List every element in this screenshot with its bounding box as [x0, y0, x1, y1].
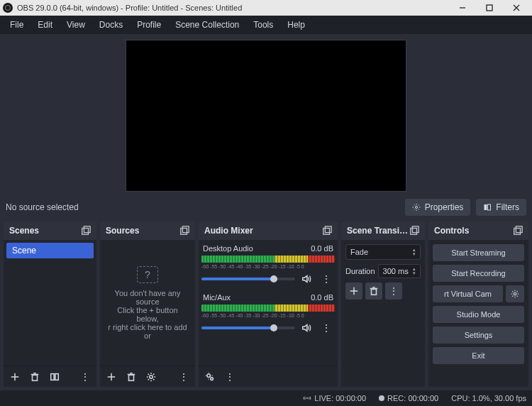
menu-edit[interactable]: Edit: [32, 17, 58, 33]
mixer-channel-desktop: Desktop Audio 0.0 dB -60 -55 -50 -45 -40…: [201, 243, 335, 287]
svg-rect-29: [412, 226, 419, 233]
no-source-label: No source selected: [6, 202, 123, 212]
maximize-button[interactable]: [477, 1, 502, 15]
db-ticks: -60 -55 -50 -45 -40 -35 -30 -25 -20 -15 …: [201, 264, 335, 269]
mixer-channel-mic: Mic/Aux 0.0 dB -60 -55 -50 -45 -40 -35 -…: [201, 292, 335, 336]
minimize-button[interactable]: [450, 1, 475, 15]
svg-point-26: [207, 374, 210, 377]
docks-row: Scenes Scene ⋮ Sources ? You don't have …: [0, 221, 532, 390]
channel-level: 0.0 dB: [311, 244, 333, 253]
delete-transition-button[interactable]: [365, 282, 382, 300]
exit-button[interactable]: Exit: [433, 347, 524, 364]
status-live: LIVE: 00:00:00: [303, 394, 366, 402]
svg-rect-1: [487, 5, 492, 11]
advanced-audio-button[interactable]: [201, 368, 218, 385]
settings-button[interactable]: Settings: [433, 327, 524, 344]
start-streaming-button[interactable]: Start Streaming: [433, 244, 524, 261]
source-more-button[interactable]: ⋮: [175, 368, 192, 385]
menu-view[interactable]: View: [61, 17, 91, 33]
svg-rect-11: [33, 375, 38, 380]
transition-more-button[interactable]: ⋮: [385, 282, 402, 300]
menu-scene-collection[interactable]: Scene Collection: [170, 17, 245, 33]
status-bar: LIVE: 00:00:00 REC: 00:00:00 CPU: 1.0%, …: [0, 390, 532, 406]
svg-point-27: [211, 377, 214, 380]
popout-icon[interactable]: [409, 226, 419, 236]
menu-tools[interactable]: Tools: [248, 17, 279, 33]
source-settings-button[interactable]: [143, 368, 160, 385]
mute-button[interactable]: [298, 270, 315, 287]
sources-dock: Sources ? You don't have any source Clic…: [100, 221, 195, 387]
title-bar: OBS 29.0.0 (64-bit, windows) - Profile: …: [0, 0, 532, 16]
add-source-button[interactable]: [103, 368, 120, 385]
channel-more-button[interactable]: ⋮: [318, 270, 335, 287]
properties-button[interactable]: Properties: [405, 199, 471, 216]
duration-label: Duration: [345, 267, 375, 275]
spin-icon: ▴▾: [413, 267, 416, 275]
svg-rect-8: [84, 226, 90, 233]
window-title: OBS 29.0.0 (64-bit, windows) - Profile: …: [17, 4, 450, 12]
preview-canvas[interactable]: [126, 40, 406, 192]
svg-point-4: [415, 207, 417, 209]
filters-button[interactable]: Filters: [476, 199, 526, 216]
mixer-more-button[interactable]: ⋮: [221, 368, 238, 385]
menu-bar: File Edit View Docks Profile Scene Colle…: [0, 16, 532, 34]
close-button[interactable]: [504, 1, 529, 15]
scene-more-button[interactable]: ⋮: [77, 368, 94, 385]
svg-rect-35: [514, 229, 521, 235]
gear-icon: [412, 203, 421, 212]
scene-item[interactable]: Scene: [6, 243, 94, 258]
status-cpu: CPU: 1.0%, 30.00 fps: [451, 394, 526, 402]
menu-profile[interactable]: Profile: [131, 17, 167, 33]
popout-icon[interactable]: [322, 226, 332, 236]
mute-button[interactable]: [298, 319, 315, 336]
scene-filters-button[interactable]: [46, 368, 63, 385]
delete-scene-button[interactable]: [26, 368, 43, 385]
virtual-cam-button[interactable]: rt Virtual Cam: [433, 285, 503, 302]
menu-file[interactable]: File: [4, 17, 29, 33]
transitions-header[interactable]: Scene Transiti…: [341, 221, 425, 240]
level-meter: [201, 304, 335, 312]
svg-rect-15: [55, 373, 58, 380]
menu-docks[interactable]: Docks: [94, 17, 128, 33]
channel-more-button[interactable]: ⋮: [318, 319, 335, 336]
status-rec: REC: 00:00:00: [379, 394, 438, 402]
popout-icon[interactable]: [81, 226, 91, 236]
duration-input[interactable]: 300 ms ▴▾: [378, 264, 421, 278]
transition-select[interactable]: Fade ▴▾: [345, 244, 421, 260]
audio-mixer-dock: Audio Mixer Desktop Audio 0.0 dB -60 -55…: [199, 221, 338, 387]
volume-slider[interactable]: [201, 278, 295, 280]
add-transition-button[interactable]: [345, 282, 362, 300]
popout-icon[interactable]: [179, 226, 189, 236]
db-ticks: -60 -55 -50 -45 -40 -35 -30 -25 -20 -15 …: [201, 313, 335, 318]
question-icon: ?: [137, 266, 158, 283]
window-buttons: [450, 1, 529, 15]
popout-icon[interactable]: [513, 226, 523, 236]
sources-header[interactable]: Sources: [100, 221, 195, 240]
volume-slider[interactable]: [201, 327, 295, 329]
svg-rect-36: [516, 226, 522, 233]
delete-source-button[interactable]: [123, 368, 140, 385]
start-recording-button[interactable]: Start Recording: [433, 265, 524, 282]
context-toolbar: No source selected Properties Filters: [0, 193, 532, 221]
svg-rect-24: [323, 229, 330, 235]
menu-help[interactable]: Help: [282, 17, 311, 33]
mixer-header[interactable]: Audio Mixer: [199, 221, 338, 240]
sources-empty[interactable]: ? You don't have any source Click the + …: [103, 243, 192, 363]
svg-rect-28: [411, 229, 417, 235]
svg-point-38: [306, 397, 308, 399]
channel-name: Mic/Aux: [203, 293, 231, 302]
scenes-header[interactable]: Scenes: [4, 221, 96, 240]
level-meter: [201, 256, 335, 263]
svg-rect-17: [182, 226, 189, 233]
select-spin-icon: ▴▾: [413, 248, 416, 256]
channel-name: Desktop Audio: [203, 244, 253, 253]
transitions-dock: Scene Transiti… Fade ▴▾ Duration 300 ms …: [341, 221, 425, 387]
studio-mode-button[interactable]: Studio Mode: [433, 306, 524, 323]
record-icon: [379, 395, 384, 401]
add-scene-button[interactable]: [6, 368, 23, 385]
app-icon: [3, 3, 13, 13]
virtual-cam-settings-button[interactable]: [506, 285, 524, 302]
controls-header[interactable]: Controls: [428, 221, 528, 240]
svg-point-37: [514, 292, 516, 295]
svg-rect-5: [484, 204, 487, 210]
